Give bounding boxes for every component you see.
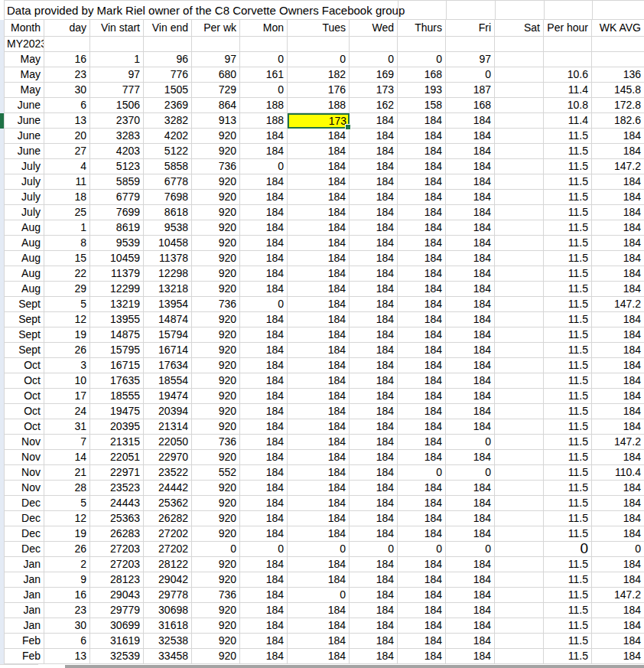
cell[interactable]: 184 — [350, 113, 398, 129]
cell[interactable]: July — [5, 190, 44, 205]
cell[interactable]: 184 — [446, 190, 495, 205]
cell[interactable]: 18554 — [144, 373, 192, 389]
cell[interactable]: 184 — [288, 496, 350, 511]
horizontal-scrollbar-bar[interactable] — [65, 665, 644, 668]
cell[interactable]: 0 — [350, 542, 398, 557]
cell[interactable]: 11.5 — [544, 450, 592, 465]
cell[interactable]: 680 — [192, 67, 240, 83]
cell[interactable] — [495, 526, 544, 542]
cell[interactable]: 184 — [592, 358, 644, 373]
cell[interactable]: 136 — [592, 67, 644, 83]
cell[interactable]: 184 — [446, 159, 495, 174]
cell[interactable]: 11378 — [144, 251, 192, 266]
cell[interactable]: 184 — [592, 190, 644, 205]
cell[interactable]: 184 — [240, 358, 288, 373]
cell[interactable] — [544, 37, 592, 52]
cell[interactable]: 184 — [350, 174, 398, 190]
cell[interactable]: 26 — [44, 542, 90, 557]
cell[interactable] — [592, 52, 644, 67]
cell[interactable]: 2369 — [144, 98, 192, 113]
cell[interactable]: 13219 — [90, 297, 144, 312]
cell[interactable]: 184 — [398, 220, 446, 236]
cell[interactable]: MY2023 — [5, 37, 44, 52]
cell[interactable] — [495, 83, 544, 98]
cell[interactable]: 920 — [192, 174, 240, 190]
cell[interactable]: 11.5 — [544, 481, 592, 496]
cell[interactable]: 187 — [446, 83, 495, 98]
cell[interactable]: 184 — [592, 450, 644, 465]
cell[interactable]: 184 — [288, 465, 350, 481]
cell[interactable]: 184 — [350, 159, 398, 174]
cell[interactable]: 184 — [288, 327, 350, 343]
cell[interactable] — [592, 37, 644, 52]
cell[interactable]: 184 — [446, 603, 495, 618]
cell[interactable]: 184 — [398, 266, 446, 282]
cell[interactable]: 184 — [398, 481, 446, 496]
cell[interactable]: 184 — [446, 236, 495, 251]
cell[interactable]: 184 — [398, 389, 446, 404]
cell[interactable]: 920 — [192, 343, 240, 358]
cell[interactable]: 184 — [350, 511, 398, 526]
cell[interactable]: 184 — [592, 404, 644, 419]
cell[interactable]: 27 — [44, 144, 90, 159]
cell[interactable]: 184 — [446, 389, 495, 404]
cell[interactable]: 184 — [592, 618, 644, 634]
cell[interactable]: 184 — [398, 174, 446, 190]
cell[interactable]: 184 — [288, 603, 350, 618]
cell[interactable] — [240, 37, 288, 52]
cell[interactable]: 30 — [44, 618, 90, 634]
cell[interactable]: 184 — [398, 557, 446, 572]
cell[interactable]: 184 — [446, 373, 495, 389]
cell[interactable]: 184 — [592, 557, 644, 572]
cell[interactable]: 920 — [192, 190, 240, 205]
cell[interactable]: 184 — [240, 634, 288, 649]
cell[interactable]: 12298 — [144, 266, 192, 282]
cell[interactable]: 0 — [288, 542, 350, 557]
cell[interactable]: 184 — [288, 251, 350, 266]
cell[interactable]: 920 — [192, 572, 240, 588]
column-header-mon[interactable]: Mon — [240, 20, 288, 37]
cell[interactable]: 169 — [350, 67, 398, 83]
cell[interactable]: 184 — [240, 312, 288, 327]
cell[interactable]: 184 — [288, 419, 350, 435]
cell[interactable]: 16715 — [90, 358, 144, 373]
cell[interactable]: 188 — [240, 98, 288, 113]
cell[interactable]: 184 — [398, 435, 446, 450]
cell[interactable]: 4 — [44, 159, 90, 174]
cell[interactable]: 184 — [592, 129, 644, 144]
cell[interactable]: 30699 — [90, 618, 144, 634]
column-header-day[interactable]: day — [44, 20, 90, 37]
cell[interactable] — [495, 404, 544, 419]
cell[interactable]: 184 — [592, 266, 644, 282]
cell[interactable]: 184 — [446, 526, 495, 542]
cell[interactable]: 184 — [592, 236, 644, 251]
cell[interactable]: 6779 — [90, 190, 144, 205]
cell[interactable]: Aug — [5, 266, 44, 282]
cell[interactable] — [495, 67, 544, 83]
cell[interactable] — [495, 174, 544, 190]
cell[interactable]: 184 — [288, 435, 350, 450]
cell[interactable]: 0 — [398, 542, 446, 557]
cell[interactable]: 184 — [398, 282, 446, 297]
cell[interactable]: 920 — [192, 419, 240, 435]
cell[interactable]: 29779 — [90, 603, 144, 618]
cell[interactable]: 184 — [350, 465, 398, 481]
cell[interactable]: 24443 — [90, 496, 144, 511]
cell[interactable]: 19475 — [90, 404, 144, 419]
cell[interactable]: 920 — [192, 129, 240, 144]
cell[interactable]: 8619 — [90, 220, 144, 236]
cell[interactable]: 97 — [446, 52, 495, 67]
cell[interactable]: 184 — [398, 312, 446, 327]
cell[interactable]: 28122 — [144, 557, 192, 572]
cell[interactable]: 12299 — [90, 282, 144, 297]
cell[interactable]: 4202 — [144, 129, 192, 144]
cell[interactable]: 5858 — [144, 159, 192, 174]
cell[interactable]: 11.5 — [544, 588, 592, 603]
cell[interactable]: 920 — [192, 511, 240, 526]
cell[interactable]: 17634 — [144, 358, 192, 373]
cell[interactable]: 184 — [240, 144, 288, 159]
cell[interactable]: 184 — [398, 419, 446, 435]
cell[interactable] — [192, 37, 240, 52]
column-header-vin_end[interactable]: Vin end — [144, 20, 192, 37]
cell[interactable]: 15794 — [144, 327, 192, 343]
